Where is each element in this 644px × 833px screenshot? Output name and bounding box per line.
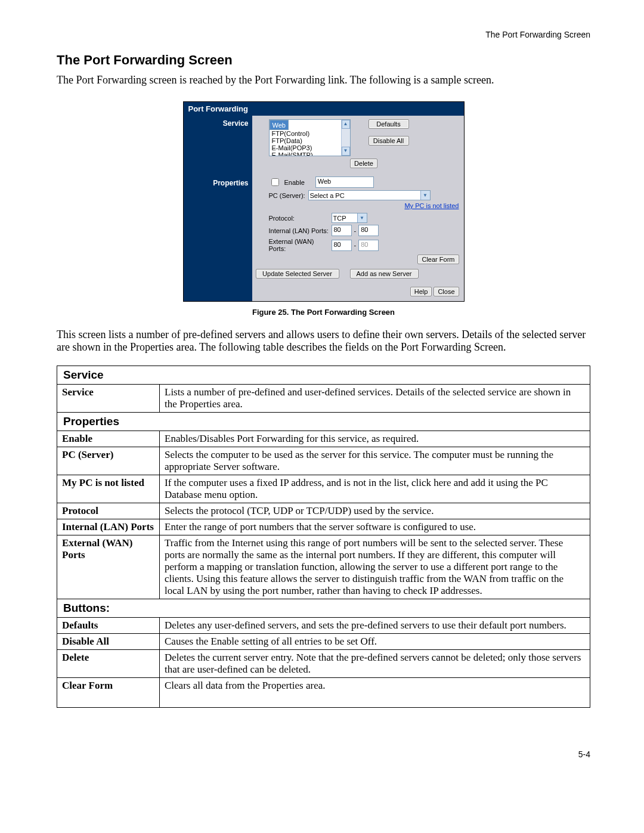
add-as-new-server-button[interactable]: Add as new Server: [350, 269, 419, 278]
table-row: PC (Server) Selects the computer to be u…: [57, 447, 590, 475]
list-item[interactable]: E-Mail(POP3): [270, 144, 350, 151]
page-title: The Port Forwarding Screen: [57, 52, 590, 68]
section-properties: Properties: [57, 413, 590, 431]
enable-value-field[interactable]: Web: [315, 176, 374, 188]
table-row: My PC is not listed If the computer uses…: [57, 475, 590, 503]
table-row: Enable Enables/Disables Port Forwarding …: [57, 431, 590, 447]
dash: -: [354, 241, 357, 249]
delete-button[interactable]: Delete: [350, 159, 377, 168]
enable-checkbox[interactable]: [271, 178, 279, 186]
list-item[interactable]: Web: [270, 120, 289, 130]
table-row: Internal (LAN) Ports Enter the range of …: [57, 519, 590, 535]
field-description-table: Service Service Lists a number of pre-de…: [57, 366, 590, 708]
dialog-title: Port Forwarding: [184, 102, 464, 116]
list-item[interactable]: FTP(Control): [270, 130, 350, 137]
chevron-down-icon[interactable]: ▼: [357, 213, 367, 222]
scroll-down-icon[interactable]: ▼: [342, 147, 350, 156]
external-port-from[interactable]: 80: [332, 240, 352, 251]
table-row: Service Lists a number of pre-defined an…: [57, 385, 590, 413]
table-row: Defaults Deletes any user-defined server…: [57, 618, 590, 634]
list-item[interactable]: E-Mail(SMTP): [270, 151, 350, 156]
table-row: Protocol Selects the protocol (TCP, UDP …: [57, 503, 590, 519]
internal-ports-label: Internal (LAN) Ports:: [269, 227, 332, 234]
chevron-down-icon[interactable]: ▼: [420, 191, 430, 200]
table-row: External (WAN) Ports Traffic from the In…: [57, 535, 590, 599]
sidebar-service: Service: [184, 116, 252, 173]
pc-server-label: PC (Server):: [269, 192, 308, 199]
protocol-value: TCP: [333, 215, 346, 222]
port-forwarding-dialog: Port Forwarding Service Web FTP(Control)…: [183, 101, 465, 302]
external-ports-label: External (WAN) Ports:: [269, 238, 332, 252]
internal-port-from[interactable]: 80: [332, 225, 352, 236]
section-service: Service: [57, 366, 590, 385]
external-port-to[interactable]: 80: [358, 240, 379, 251]
protocol-select[interactable]: TCP ▼: [332, 213, 367, 223]
pc-server-value: Select a PC: [310, 192, 345, 199]
enable-label: Enable: [284, 179, 305, 186]
dash: -: [354, 227, 357, 234]
page-header: The Port Forwarding Screen: [57, 30, 590, 39]
update-selected-server-button[interactable]: Update Selected Server: [256, 269, 339, 278]
internal-port-to[interactable]: 80: [358, 225, 379, 236]
disable-all-button[interactable]: Disable All: [369, 136, 409, 145]
description-text: This screen lists a number of pre-define…: [57, 329, 590, 354]
defaults-button[interactable]: Defaults: [369, 119, 409, 129]
table-row: Clear Form Clears all data from the Prop…: [57, 678, 590, 708]
my-pc-not-listed-link[interactable]: My PC is not listed: [404, 202, 459, 209]
page-number: 5-4: [57, 750, 590, 759]
service-listbox[interactable]: Web FTP(Control) FTP(Data) E-Mail(POP3) …: [269, 119, 351, 156]
table-row: Delete Deletes the current server entry.…: [57, 650, 590, 678]
list-item[interactable]: FTP(Data): [270, 137, 350, 144]
figure-caption: Figure 25. The Port Forwarding Screen: [57, 308, 590, 317]
pc-server-select[interactable]: Select a PC ▼: [308, 190, 431, 200]
sidebar-properties: Properties: [184, 173, 252, 301]
close-button[interactable]: Close: [434, 287, 459, 296]
scrollbar[interactable]: ▲ ▼: [341, 120, 350, 156]
scroll-up-icon[interactable]: ▲: [342, 120, 350, 129]
clear-form-button[interactable]: Clear Form: [417, 255, 459, 264]
section-buttons: Buttons:: [57, 599, 590, 618]
intro-text: The Port Forwarding screen is reached by…: [57, 74, 590, 86]
table-row: Disable All Causes the Enable setting of…: [57, 634, 590, 650]
protocol-label: Protocol:: [269, 215, 332, 222]
help-button[interactable]: Help: [410, 287, 432, 296]
